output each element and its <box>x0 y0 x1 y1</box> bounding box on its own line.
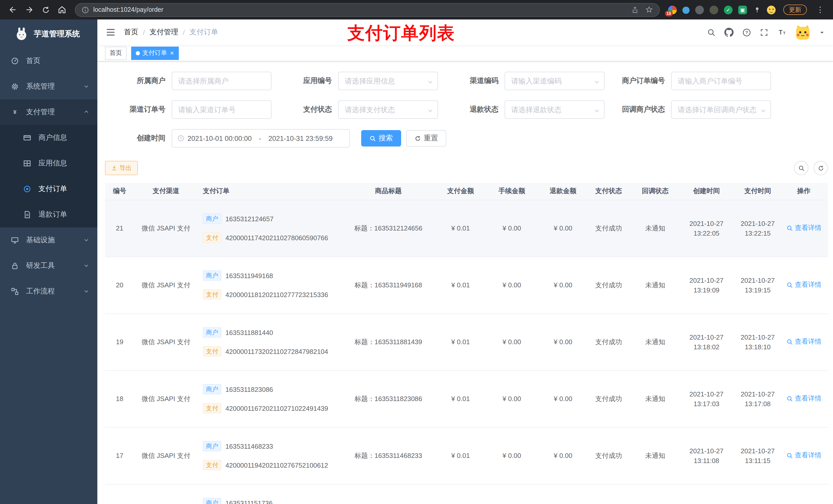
extension-icon-colorful[interactable]: 10 <box>668 5 677 14</box>
cell-paid-time: 2021-10-2713:18:10 <box>736 313 780 370</box>
sidebar-item-home[interactable]: 首页 <box>0 48 97 74</box>
cell-action: 查看详情 <box>780 484 828 504</box>
header-search-icon[interactable] <box>707 28 716 37</box>
dashboard-icon <box>10 57 20 65</box>
cell-channel: 微信 JSAPI 支付 <box>134 257 198 313</box>
table-row: 商户 1635311151736 支付 查看详情 <box>105 484 828 504</box>
github-icon[interactable] <box>724 28 734 37</box>
view-detail-link[interactable]: 查看详情 <box>786 337 822 346</box>
channel-code-label: 渠道编码 <box>438 76 505 86</box>
cell-paid-time: 2021-10-2713:22:15 <box>736 200 780 257</box>
export-button[interactable]: 导出 <box>105 161 138 175</box>
sidebar-item-system[interactable]: 系统管理 <box>0 74 97 99</box>
refresh-table-button[interactable] <box>813 161 828 175</box>
view-detail-icon <box>786 452 793 459</box>
breadcrumb: 首页 / 支付管理 / 支付订单 <box>124 28 218 37</box>
cell-title: 标题：1635312124656 <box>337 200 439 257</box>
cell-channel: 微信 JSAPI 支付 <box>134 200 198 257</box>
sidebar-item-pay-order[interactable]: 支付订单 <box>0 176 97 202</box>
share-icon[interactable] <box>631 6 639 14</box>
merchant-order-no: 1635311151736 <box>225 499 272 504</box>
breadcrumb-pay-management[interactable]: 支付管理 <box>149 28 178 37</box>
view-detail-link[interactable]: 查看详情 <box>786 223 822 233</box>
column-header: 手续金额 <box>481 183 542 200</box>
sidebar-item-workflow[interactable]: 工作流程 <box>0 279 97 304</box>
channel-order-no-input[interactable] <box>172 100 271 119</box>
merchant-label: 所属商户 <box>105 76 172 86</box>
download-icon <box>111 165 117 171</box>
user-avatar[interactable] <box>795 25 810 40</box>
refund-status-label: 退款状态 <box>438 105 505 114</box>
bookmark-star-icon[interactable] <box>645 6 653 14</box>
channel-code-select[interactable] <box>505 72 604 90</box>
merchant-input[interactable] <box>172 72 271 90</box>
app-no-select[interactable] <box>338 72 438 90</box>
fullscreen-icon[interactable] <box>760 28 768 37</box>
extension-badge: 10 <box>665 10 673 16</box>
hamburger-icon[interactable] <box>105 27 116 38</box>
clock-icon <box>177 135 185 142</box>
browser-menu-icon[interactable]: ⋮ <box>815 5 825 14</box>
app-title: 芋道管理系统 <box>34 29 80 39</box>
browser-home-button[interactable] <box>54 2 70 18</box>
cell-notify-status: 未通知 <box>633 200 677 257</box>
sidebar-item-payment[interactable]: ¥ 支付管理 <box>0 99 97 125</box>
browser-back-button[interactable] <box>5 2 21 18</box>
search-button[interactable]: 搜索 <box>361 130 401 146</box>
table-row: 21 微信 JSAPI 支付 商户 1635312124657 支付 42000… <box>105 200 828 257</box>
caret-down-icon[interactable] <box>819 29 825 35</box>
font-size-icon[interactable]: TT <box>777 28 786 37</box>
url-text: localhost:1024/pay/order <box>93 6 163 13</box>
sidebar-item-refund-order[interactable]: 退款订单 <box>0 202 97 227</box>
refund-status-select[interactable] <box>505 100 604 119</box>
pay-status-select[interactable] <box>338 100 438 119</box>
sidebar-item-merchant-info[interactable]: 商户信息 <box>0 125 97 150</box>
extension-icon-dark[interactable] <box>710 5 718 14</box>
extension-icon-blue[interactable] <box>682 7 690 14</box>
column-header: 支付时间 <box>736 183 780 200</box>
close-icon[interactable]: × <box>170 50 174 56</box>
browser-forward-button[interactable] <box>22 2 37 18</box>
cell-paid-time: 2021-10-2713:17:08 <box>736 370 780 427</box>
breadcrumb-home[interactable]: 首页 <box>124 28 138 37</box>
cell-pay-order: 商户 1635311881440 支付 42000011732021102728… <box>198 313 337 370</box>
view-detail-link[interactable]: 查看详情 <box>786 451 822 460</box>
profile-emoji-icon[interactable] <box>767 5 776 14</box>
tab-pay-order[interactable]: 支付订单 × <box>131 46 178 60</box>
notify-status-select[interactable] <box>671 100 771 119</box>
breadcrumb-separator: / <box>143 28 145 37</box>
sidebar-item-app-info[interactable]: 应用信息 <box>0 150 97 176</box>
toggle-search-button[interactable] <box>794 161 808 175</box>
column-header: 创建时间 <box>677 183 736 200</box>
pin-icon[interactable] <box>753 5 761 14</box>
extension-icon-green-square[interactable]: ▣ <box>738 5 747 14</box>
view-detail-icon <box>786 282 793 288</box>
extension-icon-green-circle[interactable]: ✓ <box>724 5 733 14</box>
cell-title: 标题：1635311949168 <box>337 257 439 313</box>
merchant-order-no-input[interactable] <box>671 72 771 90</box>
cell-amount: ¥ 0.01 <box>439 257 481 313</box>
cell-refund: ¥ 0.00 <box>542 427 584 484</box>
help-icon[interactable]: ? <box>742 28 751 37</box>
browser-update-button[interactable]: 更新 <box>783 5 807 15</box>
extension-icon-gray[interactable] <box>695 5 704 14</box>
sidebar-item-infrastructure[interactable]: 基础设施 <box>0 227 97 253</box>
sidebar-item-label: 应用信息 <box>39 159 67 168</box>
browser-refresh-button[interactable] <box>38 2 53 18</box>
column-header: 支付金额 <box>439 183 481 200</box>
cell-id: 19 <box>105 313 134 370</box>
create-time-range-picker[interactable]: 2021-10-01 00:00:00 - 2021-10-31 23:59:5… <box>172 129 350 147</box>
cell-id <box>105 484 134 504</box>
tab-label: 支付订单 <box>142 49 167 57</box>
cell-amount: ¥ 0.01 <box>439 427 481 484</box>
reset-button[interactable]: 重置 <box>406 130 446 146</box>
cell-refund: ¥ 0.00 <box>542 313 584 370</box>
extensions-area: 10 ✓ ▣ 更新 ⋮ <box>665 5 828 15</box>
table-body: 21 微信 JSAPI 支付 商户 1635312124657 支付 42000… <box>105 200 828 504</box>
sidebar-item-label: 系统管理 <box>26 82 55 91</box>
tab-home[interactable]: 首页 <box>105 46 126 60</box>
view-detail-link[interactable]: 查看详情 <box>786 281 822 290</box>
view-detail-link[interactable]: 查看详情 <box>786 394 822 403</box>
address-bar[interactable]: localhost:1024/pay/order <box>75 3 660 17</box>
sidebar-item-dev-tools[interactable]: 研发工具 <box>0 253 97 279</box>
